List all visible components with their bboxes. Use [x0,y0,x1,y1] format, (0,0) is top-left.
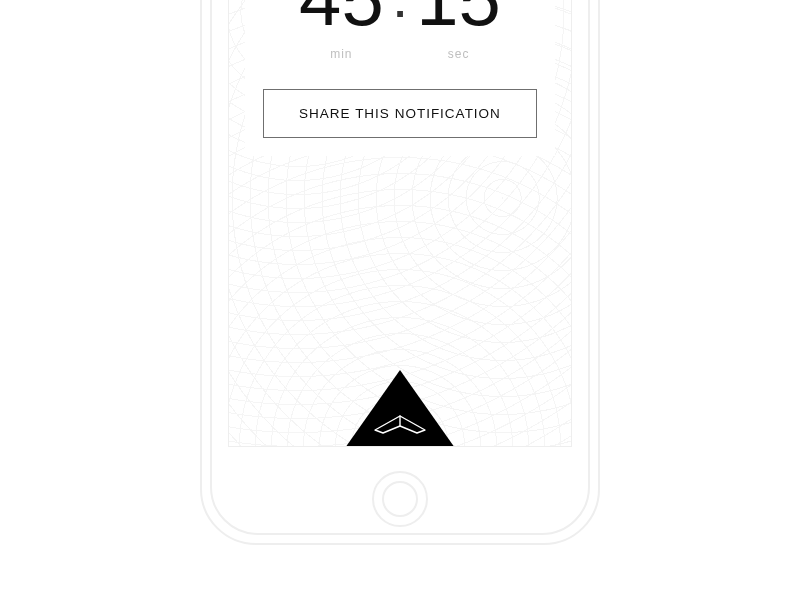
aircraft-triangle-button[interactable] [345,370,455,447]
minutes-column: 45 min [299,0,384,61]
seconds-value: 15 [416,0,501,37]
departure-card: N20AY DEPARTS IN 45 min : 15 sec SHARE T… [245,0,555,156]
seconds-unit: sec [416,47,501,61]
countdown-separator: : [392,0,409,27]
minutes-value: 45 [299,0,384,37]
triangle-icon [345,370,455,447]
home-button[interactable] [372,471,428,527]
share-notification-button[interactable]: SHARE THIS NOTIFICATION [263,89,537,138]
phone-screen: N20AY DEPARTS IN 45 min : 15 sec SHARE T… [228,0,572,447]
minutes-unit: min [299,47,384,61]
phone-frame: N20AY DEPARTS IN 45 min : 15 sec SHARE T… [200,0,600,545]
seconds-column: 15 sec [416,0,501,61]
countdown: 45 min : 15 sec [263,0,537,61]
svg-marker-0 [345,370,455,447]
